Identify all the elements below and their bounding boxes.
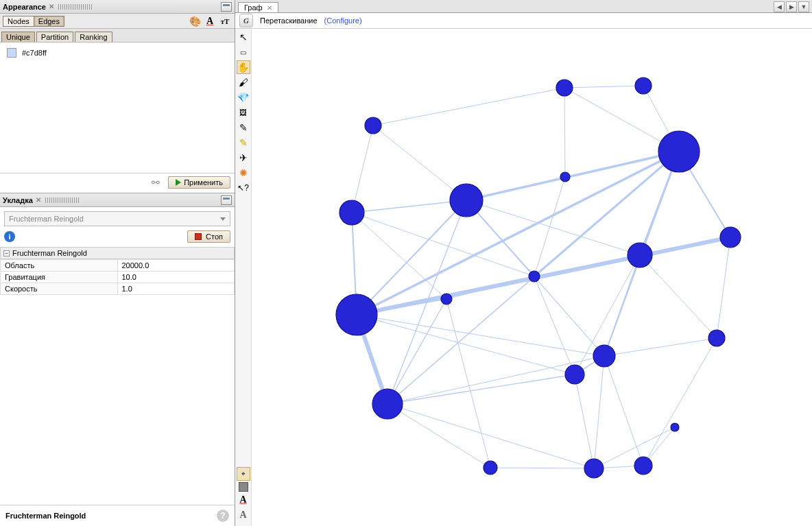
graph-tab-close-icon[interactable]: ✕	[267, 4, 272, 12]
appearance-window-icon[interactable]	[221, 2, 232, 12]
graph-edge[interactable]	[387, 404, 490, 468]
graph-edge[interactable]	[352, 125, 373, 213]
graph-node[interactable]	[565, 365, 584, 384]
graph-edge[interactable]	[604, 356, 643, 466]
graph-edge[interactable]	[534, 177, 565, 276]
drag-tool-icon[interactable]: ✋	[237, 60, 250, 74]
graph-node[interactable]	[441, 294, 452, 304]
graph-node[interactable]	[365, 117, 381, 134]
sizer-tool-icon[interactable]: 💎	[237, 91, 250, 104]
graph-node[interactable]	[336, 294, 377, 335]
graph-edge[interactable]	[387, 374, 575, 404]
prop-group-header[interactable]: − Fruchterman Reingold	[0, 247, 235, 259]
nav-next-icon[interactable]: ▶	[786, 1, 797, 12]
reset-colors-icon[interactable]	[239, 482, 248, 492]
nodes-toggle[interactable]: Nodes	[3, 16, 34, 27]
graph-edge[interactable]	[373, 88, 564, 125]
tab-ranking[interactable]: Ranking	[75, 32, 112, 42]
graph-edge[interactable]	[352, 200, 466, 213]
label-underline-icon[interactable]: A	[237, 493, 250, 507]
graph-node[interactable]	[635, 77, 652, 94]
layout-window-icon[interactable]	[221, 195, 232, 205]
color-swatch[interactable]	[7, 48, 16, 58]
drag-grip[interactable]	[58, 4, 93, 10]
graph-node[interactable]	[593, 345, 615, 367]
nav-prev-icon[interactable]: ◀	[774, 1, 785, 12]
graph-edge[interactable]	[387, 299, 446, 404]
graph-edge[interactable]	[446, 299, 490, 468]
graph-node[interactable]	[372, 389, 403, 419]
tab-unique[interactable]: Unique	[1, 32, 35, 42]
stop-button[interactable]: Стоп	[187, 230, 230, 243]
property-value[interactable]: 10.0	[117, 272, 235, 283]
graph-edge[interactable]	[490, 468, 594, 468]
appearance-close-icon[interactable]: ✕	[49, 3, 54, 10]
layout-algorithm-select[interactable]: Fruchterman Reingold	[4, 211, 230, 226]
drag-grip[interactable]	[45, 198, 80, 203]
graph-edge[interactable]	[373, 125, 466, 200]
graph-edge[interactable]	[575, 374, 594, 468]
graph-edge[interactable]	[640, 237, 730, 255]
layout-close-icon[interactable]: ✕	[36, 196, 41, 204]
label-color-icon[interactable]: A	[203, 15, 217, 27]
painter-tool-icon[interactable]: 🖼	[237, 106, 250, 119]
configure-link[interactable]: (Configure)	[324, 16, 362, 25]
graph-node[interactable]	[708, 330, 725, 346]
graph-tab[interactable]: Граф ✕	[238, 2, 278, 12]
edge-pencil-tool-icon[interactable]: ✎	[237, 121, 250, 134]
graph-node[interactable]	[634, 457, 652, 475]
graph-edge[interactable]	[534, 276, 604, 356]
apply-button[interactable]: Применить	[168, 176, 230, 189]
graph-node[interactable]	[450, 184, 483, 217]
nav-menu-icon[interactable]: ▼	[798, 1, 809, 12]
graph-edge[interactable]	[594, 356, 604, 468]
graph-edge[interactable]	[640, 255, 717, 338]
graph-node[interactable]	[560, 172, 570, 182]
label-plain-icon[interactable]: A	[237, 508, 250, 522]
graph-edge[interactable]	[357, 315, 575, 374]
graph-edge[interactable]	[534, 276, 575, 374]
graph-edge[interactable]	[717, 237, 730, 338]
edges-toggle[interactable]: Edges	[34, 16, 64, 27]
graph-edge[interactable]	[604, 255, 640, 356]
graph-node[interactable]	[720, 227, 741, 248]
heatmap-tool-icon[interactable]: ✺	[237, 166, 250, 180]
property-value[interactable]: 20000.0	[117, 260, 235, 272]
rect-select-tool-icon[interactable]: ▭	[237, 45, 250, 59]
pointer-tool-icon[interactable]: ↖	[237, 30, 250, 44]
info-icon[interactable]: i	[4, 231, 15, 242]
collapse-icon[interactable]: −	[3, 250, 10, 256]
graph-edge[interactable]	[643, 338, 717, 466]
graph-edge[interactable]	[387, 404, 594, 468]
graph-node[interactable]	[556, 80, 573, 96]
graph-node[interactable]	[628, 243, 652, 267]
brush-tool-icon[interactable]: 🖌	[237, 75, 250, 89]
help-icon[interactable]: ?	[217, 510, 229, 522]
center-graph-icon[interactable]: ⌖	[237, 467, 250, 481]
graph-node[interactable]	[658, 131, 700, 172]
color-mode-icon[interactable]	[188, 15, 202, 27]
query-tool-icon[interactable]: ↖?	[237, 181, 250, 195]
graph-node[interactable]	[529, 271, 540, 282]
graph-node[interactable]	[483, 461, 497, 475]
graph-node[interactable]	[671, 423, 679, 431]
graph-canvas[interactable]	[252, 29, 812, 526]
size-mode-icon[interactable]: тТ	[218, 15, 232, 27]
graph-edge[interactable]	[357, 315, 604, 356]
chain-icon[interactable]: ⚯	[152, 177, 160, 188]
color-entry[interactable]: #c7d8ff	[7, 48, 228, 58]
tab-partition[interactable]: Partition	[36, 32, 73, 42]
graph-edge[interactable]	[352, 213, 534, 276]
graph-edge[interactable]	[604, 338, 717, 356]
shortest-path-tool-icon[interactable]: ✈	[237, 151, 250, 165]
graph-edge[interactable]	[564, 88, 565, 177]
graph-edge[interactable]	[564, 86, 643, 88]
property-value[interactable]: 1.0	[117, 283, 235, 295]
graph-edge[interactable]	[534, 255, 640, 276]
graph-edge[interactable]	[594, 427, 675, 468]
node-pencil-tool-icon[interactable]: ✎	[237, 136, 250, 150]
graph-edge[interactable]	[352, 213, 446, 299]
graph-node[interactable]	[339, 200, 364, 225]
graph-node[interactable]	[584, 459, 604, 478]
graph-edge[interactable]	[387, 200, 466, 404]
